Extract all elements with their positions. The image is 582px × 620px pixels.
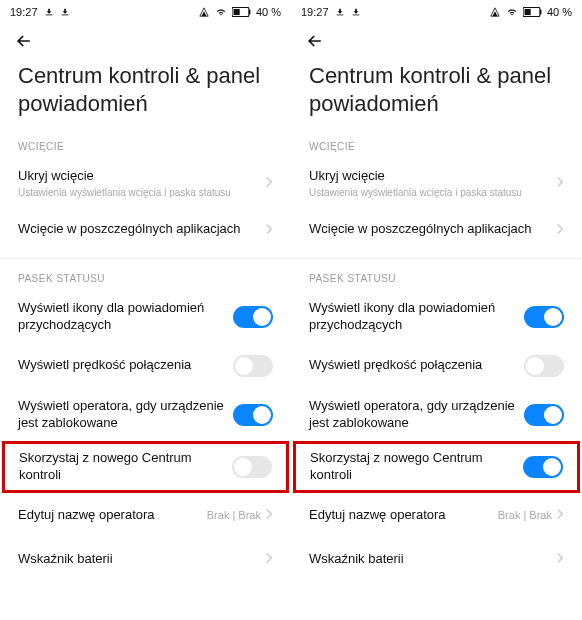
row-label: Wcięcie w poszczególnych aplikacjach (18, 221, 265, 238)
section-header-statusbar: PASEK STATUSU (291, 259, 582, 290)
row-label: Skorzystaj z nowego Centrum kontroli (19, 450, 232, 484)
row-conn-speed[interactable]: Wyświetl prędkość połączenia (0, 344, 291, 388)
toggle-conn-speed[interactable] (524, 355, 564, 377)
chevron-right-icon (556, 550, 564, 568)
svg-rect-1 (61, 15, 68, 16)
section-header-statusbar: PASEK STATUSU (0, 259, 291, 290)
signal-icon (489, 7, 501, 17)
row-label: Wyświetl operatora, gdy urządzenie jest … (18, 398, 233, 432)
page-title: Centrum kontroli & panel powiadomień (0, 58, 291, 127)
chevron-right-icon (265, 221, 273, 239)
row-label: Edytuj nazwę operatora (18, 507, 207, 524)
row-label: Wyświetl prędkość połączenia (309, 357, 524, 374)
toggle-new-cc[interactable] (523, 456, 563, 478)
chevron-right-icon (265, 550, 273, 568)
row-label: Wyświetl ikony dla powiadomień przychodz… (18, 300, 233, 334)
row-notch-per-app[interactable]: Wcięcie w poszczególnych aplikacjach (0, 208, 291, 252)
page-title: Centrum kontroli & panel powiadomień (291, 58, 582, 127)
svg-rect-8 (540, 10, 542, 15)
toggle-operator-locked[interactable] (524, 404, 564, 426)
highlight-annotation: Skorzystaj z nowego Centrum kontroli (2, 441, 289, 493)
svg-rect-4 (233, 9, 239, 15)
row-sublabel: Ustawienia wyświetlania wcięcia i paska … (309, 187, 556, 198)
row-label: Wyświetl operatora, gdy urządzenie jest … (309, 398, 524, 432)
row-label: Edytuj nazwę operatora (309, 507, 498, 524)
battery-icon (523, 7, 543, 17)
status-bar: 19:27 40 % (291, 0, 582, 24)
back-button[interactable] (301, 27, 329, 55)
status-time: 19:27 (301, 6, 329, 18)
row-operator-locked[interactable]: Wyświetl operatora, gdy urządzenie jest … (291, 388, 582, 442)
row-label: Wcięcie w poszczególnych aplikacjach (309, 221, 556, 238)
svg-rect-3 (249, 10, 251, 15)
back-button[interactable] (10, 27, 38, 55)
row-new-control-center[interactable]: Skorzystaj z nowego Centrum kontroli (19, 450, 272, 484)
row-label: Wyświetl ikony dla powiadomień przychodz… (309, 300, 524, 334)
toggle-operator-locked[interactable] (233, 404, 273, 426)
back-arrow-icon (14, 31, 34, 51)
toggle-notif-icons[interactable] (233, 306, 273, 328)
row-label: Wskaźnik baterii (18, 551, 265, 568)
svg-rect-6 (352, 15, 359, 16)
screen-left: 19:27 40 % Centrum kontroli & panel powi… (0, 0, 291, 620)
row-new-control-center[interactable]: Skorzystaj z nowego Centrum kontroli (310, 450, 563, 484)
row-edit-operator[interactable]: Edytuj nazwę operatora Brak | Brak (291, 493, 582, 537)
status-time: 19:27 (10, 6, 38, 18)
svg-rect-5 (336, 15, 343, 16)
toggle-new-cc[interactable] (232, 456, 272, 478)
section-header-notch: WCIĘCIE (291, 127, 582, 158)
row-sublabel: Ustawienia wyświetlania wcięcia i paska … (18, 187, 265, 198)
highlight-annotation: Skorzystaj z nowego Centrum kontroli (293, 441, 580, 493)
row-conn-speed[interactable]: Wyświetl prędkość połączenia (291, 344, 582, 388)
battery-icon (232, 7, 252, 17)
section-header-notch: WCIĘCIE (0, 127, 291, 158)
toggle-conn-speed[interactable] (233, 355, 273, 377)
page-header (291, 24, 582, 58)
svg-rect-0 (45, 15, 52, 16)
download-icon (335, 7, 345, 17)
row-label: Wskaźnik baterii (309, 551, 556, 568)
signal-icon (198, 7, 210, 17)
row-label: Ukryj wcięcie (309, 168, 556, 185)
row-value: Brak | Brak (498, 509, 552, 521)
row-battery-indicator[interactable]: Wskaźnik baterii (291, 537, 582, 581)
row-notif-icons[interactable]: Wyświetl ikony dla powiadomień przychodz… (291, 290, 582, 344)
download-icon (351, 7, 361, 17)
wifi-icon (505, 7, 519, 17)
row-notch-per-app[interactable]: Wcięcie w poszczególnych aplikacjach (291, 208, 582, 252)
status-bar: 19:27 40 % (0, 0, 291, 24)
row-operator-locked[interactable]: Wyświetl operatora, gdy urządzenie jest … (0, 388, 291, 442)
status-battery-pct: 40 % (256, 6, 281, 18)
toggle-notif-icons[interactable] (524, 306, 564, 328)
chevron-right-icon (556, 221, 564, 239)
row-hide-notch[interactable]: Ukryj wcięcie Ustawienia wyświetlania wc… (291, 158, 582, 208)
chevron-right-icon (265, 174, 273, 192)
chevron-right-icon (556, 174, 564, 192)
chevron-right-icon (265, 506, 273, 524)
row-value: Brak | Brak (207, 509, 261, 521)
screen-right: 19:27 40 % Centrum kontroli & panel powi… (291, 0, 582, 620)
status-battery-pct: 40 % (547, 6, 572, 18)
chevron-right-icon (556, 506, 564, 524)
row-hide-notch[interactable]: Ukryj wcięcie Ustawienia wyświetlania wc… (0, 158, 291, 208)
download-icon (44, 7, 54, 17)
row-battery-indicator[interactable]: Wskaźnik baterii (0, 537, 291, 581)
row-label: Skorzystaj z nowego Centrum kontroli (310, 450, 523, 484)
row-edit-operator[interactable]: Edytuj nazwę operatora Brak | Brak (0, 493, 291, 537)
svg-rect-9 (524, 9, 530, 15)
wifi-icon (214, 7, 228, 17)
download-icon (60, 7, 70, 17)
row-label: Wyświetl prędkość połączenia (18, 357, 233, 374)
row-label: Ukryj wcięcie (18, 168, 265, 185)
back-arrow-icon (305, 31, 325, 51)
row-notif-icons[interactable]: Wyświetl ikony dla powiadomień przychodz… (0, 290, 291, 344)
page-header (0, 24, 291, 58)
